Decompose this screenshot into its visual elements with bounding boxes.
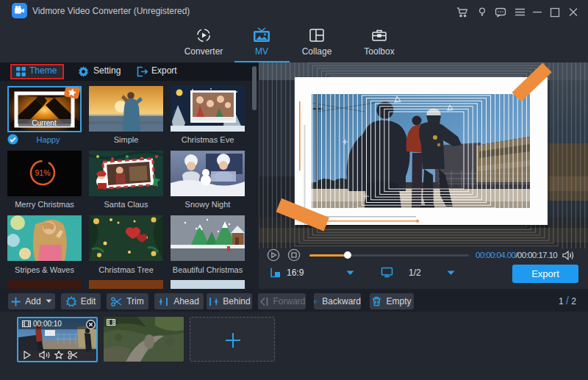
svg-text:Current: Current [32,119,57,127]
svg-text:91%: 91% [35,168,50,177]
